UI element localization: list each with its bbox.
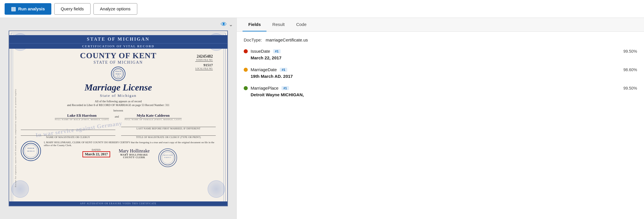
cert-file-number-1: 24245482 [195,54,213,59]
marriageplace-name: MarriagePlace [251,86,279,90]
issuedate-badge: #1 [273,49,281,53]
cert-left-seal: STATE OF MICHIGAN [21,141,41,161]
issuedate-value: March 22, 2017 [244,55,637,60]
right-panel: Fields Result Code DocType: marriageCert… [236,18,644,219]
marriageplace-dot [244,86,248,90]
certificate: Except for signature, spaces left blank … [9,31,228,206]
doctype-row: DocType: marriageCertificate.us [244,37,637,42]
field-header-marriagedate: MarriageDate #1 98.60% [244,67,637,72]
cert-names-row: Luke Eli Harrison FULL NAME OF MALE (FIR… [21,113,216,121]
cert-content: STATE OF MICHIGAN CERTIFICATION OF VITAL… [9,31,227,170]
cert-county: COUNTY OF KENT [21,51,216,60]
svg-text:OF KENT CO.: OF KENT CO. [164,157,171,158]
marriagedate-badge: #1 [280,68,287,72]
svg-text:MICHIGAN: MICHIGAN [27,150,35,152]
marriagedate-confidence: 98.60% [624,67,637,72]
cert-file-number-2: 91517 [195,63,213,67]
eye-icon[interactable]: 👁 [221,21,227,28]
cert-date-value: March 22, 2017 [82,151,110,157]
groom-block: Luke Eli Harrison FULL NAME OF MALE (FIR… [55,113,109,121]
bride-block: Myla Kate Calderon FULL NAME OF FEMALE (… [125,113,182,121]
tab-result[interactable]: Result [266,18,290,31]
cert-title: Marriage License [21,82,216,93]
field-header-issuedate: IssueDate #1 99.50% [244,49,637,54]
svg-text:STATE OF: STATE OF [27,148,34,149]
cert-clerk-role: COUNTY CLERK [119,156,150,159]
bride-name: Myla Kate Calderon [125,113,182,118]
doctype-label: DocType: [244,37,262,42]
cert-file-label-2: LOCAL FILE NO. [195,67,213,70]
field-item-marriageplace: MarriagePlace #1 99.50% Detroit Wayne MI… [244,86,637,97]
cert-file-label-1: STATE FILE NO. [195,59,213,62]
field-item-marriagedate: MarriageDate #1 98.60% 19th March AD. 20… [244,67,637,79]
cert-clerk-name: Mary Hollinrake [119,148,150,154]
cert-certify-block: I, MARY HOLLINRAKE, CLERK OF KENT COUNTY… [44,141,216,167]
run-icon: ▤ [11,6,16,12]
cert-header-line1: STATE OF MICHIGAN [9,35,227,43]
cert-file-numbers: 24245482 STATE FILE NO. 91517 LOCAL FILE… [195,54,213,70]
analyze-options-label: Analyze options [100,6,131,11]
cert-last-name-label: LAST NAME BEFORE FIRST MARRIED, IF DIFFE… [121,127,216,130]
issuedate-name: IssueDate [251,49,270,54]
analyze-options-button[interactable]: Analyze options [93,3,137,15]
cert-certify-text: I, MARY HOLLINRAKE, CLERK OF KENT COUNTY… [44,141,216,147]
issuedate-dot [244,49,248,53]
cert-signature-row: DATED: March 22, 2017 Mary Hollinrake MA… [44,148,216,167]
query-fields-button[interactable]: Query fields [54,3,91,15]
cert-title-label: TITLE OF MAGISTRATE OR CLERGY (TYPE OR P… [121,136,216,139]
field-item-issuedate: IssueDate #1 99.50% March 22, 2017 [244,49,637,60]
main-area: 👁 ⌄ Except for signature, spaces left bl… [0,18,644,219]
bride-label: FULL NAME OF FEMALE (FIRST, MIDDLE, LAST… [125,118,182,121]
marriageplace-badge: #1 [281,86,289,90]
cert-right-seal: CIRCUIT COURT OF KENT CO. [158,148,177,167]
cert-bottom-section: STATE OF MICHIGAN I, MARY HOLLINRAKE, CL… [21,141,216,167]
and-text: and [115,115,119,118]
issuedate-confidence: 99.50% [624,49,637,54]
cert-subtitle: State of Michigan [21,93,216,98]
marriagedate-name: MarriageDate [251,67,277,72]
svg-text:MICHIGAN: MICHIGAN [115,73,121,75]
doc-toolbar: 👁 ⌄ [221,21,233,28]
panel-content: DocType: marriageCertificate.us IssueDat… [237,32,644,219]
query-fields-label: Query fields [61,6,84,11]
cert-sig-block-left: DATED: March 22, 2017 [82,148,110,167]
cert-magistrate-label: NAME OF MAGISTRATE OR CLERGY [21,136,115,139]
cert-dated-label: DATED: [82,148,110,151]
groom-label: FULL NAME OF MALE (FIRST, MIDDLE, LAST) [55,118,109,121]
svg-text:STATE OF: STATE OF [115,71,121,72]
marriageplace-confidence: 99.50% [624,86,637,90]
chevron-down-icon[interactable]: ⌄ [229,21,233,28]
cert-header-line2: CERTIFICATION OF VITAL RECORD [9,43,227,49]
cert-body-text1: All of the following appears as of recor… [21,100,216,103]
tab-code[interactable]: Code [290,18,312,31]
cert-state: STATE OF MICHIGAN [21,60,216,65]
panel-tabs: Fields Result Code [237,18,644,32]
field-header-marriageplace: MarriagePlace #1 99.50% [244,86,637,90]
cert-sig-block-right: Mary Hollinrake MARY HOLLINRAKE COUNTY C… [119,148,150,167]
toolbar: ▤ Run analysis Query fields Analyze opti… [0,0,644,18]
cert-between: between [21,109,216,112]
groom-name: Luke Eli Harrison [55,113,109,118]
marriagedate-dot [244,68,248,72]
run-analysis-button[interactable]: ▤ Run analysis [5,3,51,15]
cert-clerk-title: MARY HOLLINRAKE [119,154,150,156]
svg-text:CIRCUIT COURT: CIRCUIT COURT [163,154,172,156]
marriageplace-value: Detroit Wayne MICHIGAN, [244,92,637,97]
tab-fields[interactable]: Fields [243,18,266,31]
doctype-value: marriageCertificate.us [266,37,308,42]
run-analysis-label: Run analysis [18,6,45,11]
svg-point-4 [117,75,119,77]
cert-footer: ANY ALTERATION OR ERASURE VOIDS THIS CER… [9,201,227,206]
cert-record-line: and Recorded in Liber 8 of RECORD OF MAR… [21,103,216,107]
marriagedate-value: 19th March AD. 2017 [244,74,637,79]
document-viewer: 👁 ⌄ Except for signature, spaces left bl… [0,18,236,219]
cert-seal: STATE OF MICHIGAN [111,67,125,81]
